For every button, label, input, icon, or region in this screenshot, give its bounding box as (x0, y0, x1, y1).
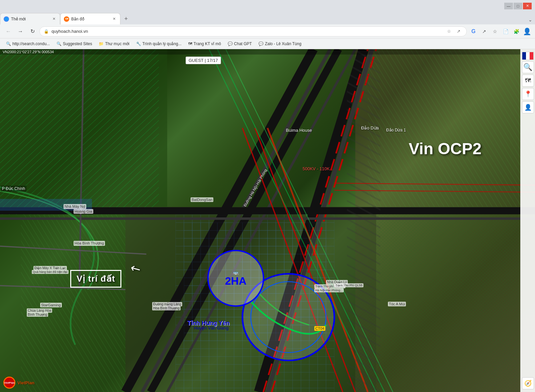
flag-white-stripe (526, 52, 530, 60)
bookmark-label-4: Trình quản lý quảng... (142, 41, 182, 46)
guest-text: GUEST | 17/17 (189, 58, 218, 63)
logo-text: VietPlan (4, 381, 14, 384)
france-flag-button[interactable] (522, 52, 534, 60)
map-icon: 🗺 (188, 41, 192, 46)
location-marker-box: Vị trí đất (70, 270, 121, 288)
reading-mode-button[interactable]: 📄 (501, 27, 510, 36)
p-duc-chinh-label: P Đức Chính (1, 186, 26, 192)
qua-hang-label: Quà hàng bán đồ tiện đại (32, 270, 69, 274)
map-container[interactable]: VN2000:21°02'27.29"N 000534 GUEST | 17/1… (0, 49, 535, 392)
title-bar: — □ ✕ (0, 0, 535, 12)
folder-icon: 📁 (99, 41, 104, 46)
window-controls: — □ ✕ (504, 3, 532, 9)
bookmark-chat-gpt[interactable]: 💬 Chat GPT (225, 40, 254, 48)
zalo-icon: 💬 (258, 41, 263, 46)
back-button[interactable]: ← (3, 26, 13, 36)
france-flag (522, 52, 534, 60)
logo-brand-text: VietPlan (17, 380, 34, 385)
profile-button[interactable]: 👤 (522, 27, 532, 36)
map-roads-svg (0, 49, 535, 392)
bookmark-trang-kt[interactable]: 🗺 Trang KT vĩ mô (186, 40, 224, 48)
address-icons: ☆ ↗ (445, 27, 462, 35)
batdongsan-label: BatDongSan (191, 197, 213, 202)
search-icon: 🔍 (6, 41, 11, 46)
tab-ban-do[interactable]: 🗺 Bản đồ ✕ (60, 13, 120, 24)
tab-the-moi[interactable]: 🌐 Thẻ mới ✕ (0, 13, 60, 24)
tab-close-2[interactable]: ✕ (111, 16, 117, 22)
bookmark-label-3: Thư mục mới (105, 41, 129, 46)
zoom-in-button[interactable]: 🔍 (522, 61, 534, 73)
share-page-button[interactable]: ↗ (479, 27, 489, 36)
extensions-button[interactable]: 🧩 (512, 27, 521, 36)
bookmark-zalo[interactable]: 💬 Zalo - Lê Xuân Tùng (256, 40, 304, 48)
suggested-sites-icon: 🔍 (57, 41, 62, 46)
dao-dua-label: Đảo Dừa (361, 125, 379, 130)
forward-button[interactable]: → (15, 26, 25, 36)
area-label: 🚌 2HA (225, 270, 246, 287)
star-bookmark-button[interactable]: ☆ (490, 27, 500, 36)
nha-may-noi-label: Nhà Máy Nợ (64, 204, 86, 209)
chat-icon: 💬 (228, 41, 233, 46)
gear-icon: 🔧 (136, 41, 141, 46)
coordinates-text: VN2000:21°02'27.29"N 000534 (3, 50, 54, 54)
tab-favicon-2: 🗺 (64, 16, 69, 22)
bookmark-label-1: http://search.condu... (12, 41, 50, 46)
location-button[interactable]: 📍 (522, 88, 534, 100)
tab-label-2: Bản đồ (71, 17, 109, 21)
flag-blue-stripe (522, 52, 526, 60)
maximize-button[interactable]: □ (514, 3, 522, 9)
share-button[interactable]: ↗ (454, 27, 462, 35)
buima-house-label: Buima House (286, 128, 312, 133)
guest-badge: GUEST | 17/17 (186, 57, 221, 64)
bookmark-label-7: Zalo - Lê Xuân Tùng (265, 41, 301, 46)
tab-close-1[interactable]: ✕ (51, 16, 57, 22)
close-button[interactable]: ✕ (523, 3, 532, 9)
hoang-gia-label: Hoàng Gia (74, 209, 93, 214)
svg-rect-37 (347, 49, 381, 392)
thu-phi-ql5b-label: Trạm Thu Phí QL5B (334, 283, 363, 287)
bookmark-trinh-quan-ly[interactable]: 🔧 Trình quản lý quảng... (133, 40, 184, 48)
google-search-button[interactable]: G (469, 27, 478, 36)
layer-toggle-button[interactable]: 🗺 (522, 75, 534, 87)
compass-button[interactable]: 🧭 (522, 377, 534, 389)
lock-icon: 🔒 (44, 29, 49, 34)
address-bar[interactable]: 🔒 quyhoach.hanoi.vn ☆ ↗ (39, 26, 467, 36)
coordinates-bar: VN2000:21°02'27.29"N 000534 (0, 49, 535, 55)
reload-button[interactable]: ↻ (27, 26, 37, 36)
tabs-overflow-button[interactable]: ⌄ (526, 15, 535, 24)
bookmarks-bar: 🔍 http://search.condu... 🔍 Suggested Sit… (0, 38, 535, 49)
bookmark-label-6: Chat GPT (234, 41, 252, 46)
new-tab-button[interactable]: + (120, 13, 132, 24)
chrome-window: — □ ✕ 🌐 Thẻ mới ✕ 🗺 Bản đồ ✕ + ⌄ ← → ↻ 🔒… (0, 0, 535, 392)
huyen-van-giang-label: Huyện Văn Giang (194, 325, 228, 330)
bookmark-label-2: Suggested Sites (63, 41, 92, 46)
binh-thuong-label: Bình Thượng (27, 312, 48, 317)
hoa-binh-thuong2-label: Hòa Bình Thượng (152, 306, 181, 310)
minimize-button[interactable]: — (504, 3, 513, 9)
bookmark-search-condu[interactable]: 🔍 http://search.condu... (3, 40, 52, 48)
info-button[interactable]: 👤 (522, 101, 534, 113)
500kv-label: 500KV - 110K... (303, 166, 333, 171)
tab-label-1: Thẻ mới (11, 17, 49, 21)
flag-red-stripe (530, 52, 533, 60)
hoa-binh-thuong-label: Hòa Bình Thượng (74, 241, 105, 246)
dao-dua-1-label: Đảo Dừa 1 (386, 128, 406, 132)
bookmark-star-button[interactable]: ☆ (445, 27, 453, 35)
map-toolbar: 🔍 🗺 📍 👤 🧭 (520, 49, 535, 392)
bookmark-thu-muc-moi[interactable]: 📁 Thư mục mới (96, 40, 132, 48)
nav-bar: ← → ↻ 🔒 quyhoach.hanoi.vn ☆ ↗ G ↗ ☆ 📄 🧩 … (0, 24, 535, 38)
ct04-label: CT04 (314, 326, 325, 331)
tab-favicon-1: 🌐 (4, 16, 9, 22)
nav-right-icons: G ↗ ☆ 📄 🧩 👤 (469, 27, 532, 36)
location-box-text: Vị trí đất (77, 274, 115, 284)
tabs-bar: 🌐 Thẻ mới ✕ 🗺 Bản đồ ✕ + ⌄ (0, 12, 535, 24)
svg-rect-12 (355, 207, 535, 392)
ha-noi-hai-phong2-label: Hà Nội-Hải Phòng... (314, 288, 344, 292)
toc-a-mui-label: Tóc A Mùi (388, 302, 406, 306)
bookmark-label-5: Trang KT vĩ mô (194, 41, 221, 46)
url-text: quyhoach.hanoi.vn (51, 29, 442, 34)
svg-rect-10 (21, 215, 126, 392)
bookmark-suggested-sites[interactable]: 🔍 Suggested Sites (54, 40, 95, 48)
vin-ocp2-label: Vin OCP2 (409, 139, 481, 158)
stargaming-label: StarGaming (40, 303, 62, 307)
